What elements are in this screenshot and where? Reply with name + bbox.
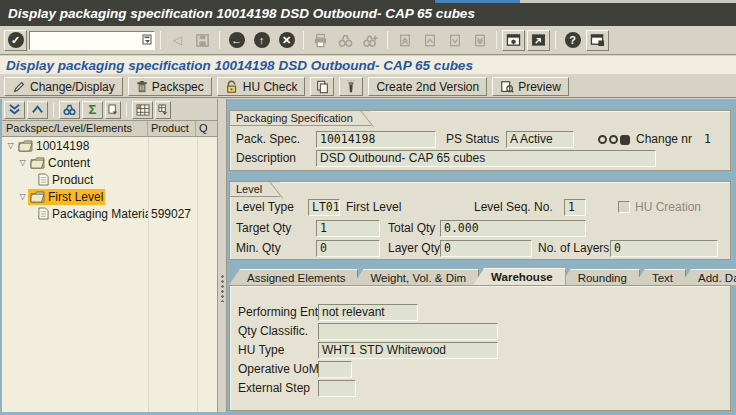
external-step-label: External Step	[238, 380, 310, 397]
splitter-grip-icon	[221, 274, 224, 302]
level-type-label: Level Type	[236, 199, 294, 216]
tab-assigned-elements[interactable]: Assigned Elements	[229, 269, 358, 285]
tree-row[interactable]: Product	[2, 171, 217, 188]
sum-icon[interactable]: Σ	[82, 101, 103, 119]
performing-ent-field[interactable]: not relevant	[318, 304, 418, 321]
tree-product-cell: 599027	[148, 207, 196, 221]
level-type-text: First Level	[346, 199, 401, 216]
hu-check-button[interactable]: HU Check	[217, 77, 306, 96]
table-settings-icon[interactable]	[132, 101, 153, 119]
new-session-icon[interactable]	[502, 30, 525, 51]
layer-qty-field[interactable]: 0	[440, 240, 532, 257]
collapse-all-icon[interactable]	[27, 101, 48, 119]
tree-node-label: 10014198	[36, 139, 89, 153]
main-area: Σ Packspec/Level/Elements Product Q	[0, 99, 736, 415]
operative-uom-field[interactable]	[318, 361, 352, 378]
print-list-icon[interactable]	[105, 101, 121, 119]
copy-button[interactable]	[310, 77, 334, 96]
trash-icon	[136, 80, 148, 94]
change-pen-icon	[12, 80, 26, 94]
expand-triangle-icon[interactable]: ▽	[17, 192, 28, 201]
ps-status-field[interactable]: A Active	[506, 131, 574, 148]
no-of-layers-field[interactable]: 0	[610, 240, 718, 257]
change-nr-value: 1	[704, 131, 711, 148]
tree-column-header[interactable]: Q	[196, 121, 217, 136]
tab-warehouse[interactable]: Warehouse	[473, 268, 566, 285]
tree-node-label: First Level	[48, 190, 103, 204]
cancel-icon[interactable]: ✕	[275, 30, 298, 51]
tab-weight-vol-dim[interactable]: Weight, Vol. & Dim	[352, 269, 479, 285]
activate-button[interactable]	[339, 77, 363, 96]
pack-spec-field[interactable]: 10014198	[316, 131, 436, 148]
tree-header: Packspec/Level/Elements Product Q	[2, 121, 217, 137]
warehouse-tab-panel: Performing Ent. not relevant Qty Classif…	[229, 285, 731, 411]
last-page-icon[interactable]	[468, 30, 491, 51]
toolbar-separator	[555, 31, 556, 49]
help-icon[interactable]: ?	[561, 30, 584, 51]
create-shortcut-icon[interactable]	[527, 30, 550, 51]
create-2nd-version-button[interactable]: Create 2nd Version	[368, 77, 487, 96]
change-display-button[interactable]: Change/Display	[4, 77, 123, 96]
table-export-icon[interactable]	[155, 101, 171, 119]
window-title: Display packaging specification 10014198…	[8, 6, 475, 21]
tab-text[interactable]: Text	[634, 269, 686, 285]
customize-layout-icon[interactable]	[586, 30, 609, 51]
level-seq-field[interactable]: 1	[564, 199, 586, 216]
packspec-delete-button[interactable]: Packspec	[128, 77, 212, 96]
tree-row-selected[interactable]: ▽ First Level	[2, 188, 217, 205]
level-type-field[interactable]: LT01	[308, 199, 340, 216]
preview-button[interactable]: Preview	[492, 77, 569, 96]
folder-icon	[30, 157, 45, 169]
toolbar-separator	[387, 31, 388, 49]
document-icon	[38, 207, 49, 220]
tree-find-icon[interactable]	[59, 101, 80, 119]
back-triangle-icon[interactable]: ◁	[166, 30, 189, 51]
min-qty-label: Min. Qty	[236, 240, 281, 257]
toolbar-separator	[219, 31, 220, 49]
tree-column-header[interactable]: Product	[148, 121, 196, 136]
next-page-icon[interactable]	[443, 30, 466, 51]
hu-type-field[interactable]: WHT1 STD Whitewood	[318, 342, 498, 359]
enter-button[interactable]: ✓	[4, 30, 27, 51]
page-title: Display packaging specification 10014198…	[0, 56, 736, 75]
target-qty-field[interactable]: 1	[316, 220, 380, 237]
qty-classific-field[interactable]	[318, 323, 498, 340]
back-icon[interactable]: ←	[225, 30, 248, 51]
find-next-icon[interactable]	[359, 30, 382, 51]
tab-rounding[interactable]: Rounding	[560, 269, 640, 285]
toolbar-separator	[160, 31, 161, 49]
top-strip-blue	[435, 0, 520, 3]
panel-splitter[interactable]	[217, 99, 227, 412]
target-qty-label: Target Qty	[236, 220, 291, 237]
exit-up-icon[interactable]: ↑	[250, 30, 273, 51]
expand-triangle-icon[interactable]: ▽	[5, 141, 16, 150]
operative-uom-label: Operative UoM	[238, 361, 319, 378]
description-field[interactable]: DSD Outbound- CAP 65 cubes	[316, 150, 656, 167]
previous-page-icon[interactable]	[418, 30, 441, 51]
save-icon[interactable]	[191, 30, 214, 51]
expand-triangle-icon[interactable]: ▽	[17, 158, 28, 167]
tree-column-header[interactable]: Packspec/Level/Elements	[2, 121, 148, 136]
tab-add-data[interactable]: Add. Data	[680, 269, 736, 285]
preview-doc-icon	[500, 80, 514, 94]
tree-row[interactable]: ▽ 10014198	[2, 137, 217, 154]
command-field-wrap	[29, 31, 155, 50]
expand-all-icon[interactable]	[4, 101, 25, 119]
tree-row[interactable]: Packaging Material 599027	[2, 205, 217, 222]
group-title: Packaging Specification	[230, 111, 371, 126]
find-icon[interactable]	[334, 30, 357, 51]
print-icon[interactable]	[309, 30, 332, 51]
command-input[interactable]	[30, 34, 140, 46]
level-seq-label: Level Seq. No.	[474, 199, 553, 216]
tree-node-label: Product	[52, 173, 93, 187]
tree-row[interactable]: ▽ Content	[2, 154, 217, 171]
hu-creation-checkbox[interactable]	[618, 201, 630, 213]
external-step-field[interactable]	[318, 380, 356, 397]
first-page-icon[interactable]	[393, 30, 416, 51]
enter-check-icon: ✓	[8, 32, 24, 48]
hu-type-label: HU Type	[238, 342, 284, 359]
level-group: Level Level Type LT01 First Level Level …	[229, 181, 731, 260]
command-combo-icon[interactable]	[140, 33, 154, 48]
min-qty-field[interactable]: 0	[316, 240, 380, 257]
total-qty-field[interactable]: 0.000	[440, 220, 586, 237]
